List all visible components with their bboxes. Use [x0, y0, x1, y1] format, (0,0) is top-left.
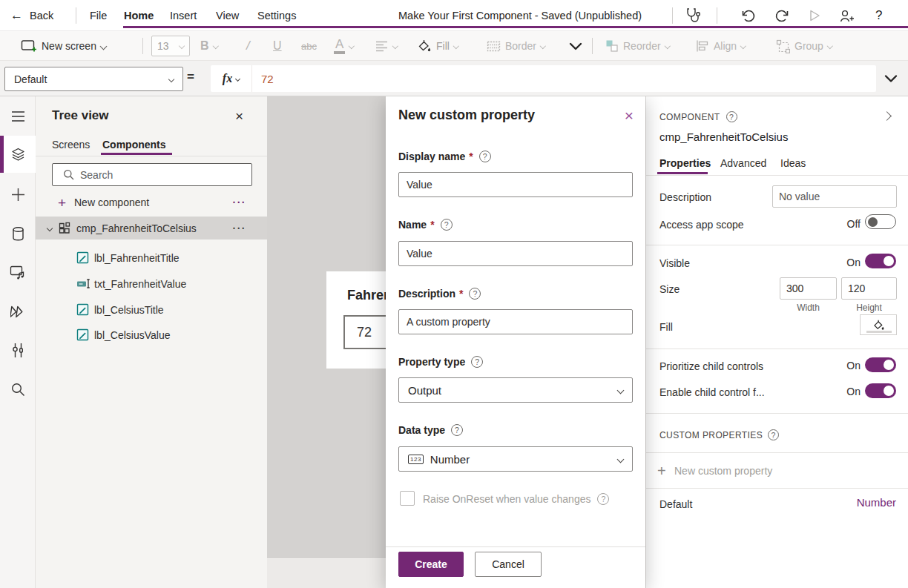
equals-sign: = [187, 70, 194, 85]
visible-toggle[interactable] [865, 254, 896, 268]
redo-button[interactable] [774, 0, 790, 31]
align-label: Align [714, 40, 737, 52]
raise-onreset-checkbox[interactable] [400, 491, 415, 506]
new-custom-property-label: New custom property [674, 465, 772, 477]
tree-item-component[interactable]: cmp_FahrenheitToCelsius ··· [36, 217, 267, 240]
help-icon[interactable]: ? [451, 424, 463, 436]
help-icon[interactable]: ? [597, 493, 609, 505]
menu-file[interactable]: File [80, 0, 116, 31]
tree-search[interactable] [52, 163, 252, 186]
label-control-icon [76, 251, 89, 264]
create-button[interactable]: Create [398, 552, 464, 577]
chevron-down-icon[interactable] [47, 225, 53, 231]
property-type-select[interactable]: Output [398, 377, 633, 403]
italic-button[interactable]: / [246, 31, 250, 61]
tab-ideas[interactable]: Ideas [780, 157, 806, 169]
insert-rail-button[interactable] [0, 178, 36, 211]
tree-item-textinput-control[interactable]: txt_FahrenheitValue [36, 271, 267, 297]
new-component-row[interactable]: + New component ··· [36, 191, 267, 214]
chevron-down-icon [664, 43, 670, 49]
undo-icon [740, 8, 756, 24]
help-icon[interactable]: ? [441, 219, 453, 231]
new-screen-button[interactable]: New screen [21, 31, 106, 61]
help-icon[interactable]: ? [479, 151, 491, 162]
search-input[interactable] [80, 169, 251, 181]
description-input[interactable] [772, 185, 897, 208]
power-automate-rail-button[interactable] [0, 295, 36, 328]
data-type-select[interactable]: 123 Number [398, 446, 633, 472]
description-input[interactable] [398, 309, 633, 334]
new-custom-property-button[interactable]: + New custom property [646, 454, 908, 488]
close-icon[interactable]: × [235, 109, 243, 123]
default-property-label: Default [659, 498, 692, 510]
menu-insert[interactable]: Insert [160, 0, 206, 31]
tab-properties[interactable]: Properties [659, 157, 711, 169]
enable-child-control-toggle[interactable] [865, 383, 896, 398]
chevron-down-icon [540, 43, 546, 49]
height-input[interactable] [841, 277, 897, 300]
font-color-button[interactable]: A [334, 31, 354, 61]
fill-label: Fill [659, 321, 673, 333]
fill-button[interactable]: Fill [417, 31, 458, 61]
default-property-value-link[interactable]: Number [857, 496, 896, 509]
strikethrough-button[interactable]: abc [301, 31, 317, 61]
chevron-down-icon [168, 76, 174, 82]
reorder-button[interactable]: Reorder [605, 31, 669, 61]
prioritize-child-controls-toggle[interactable] [865, 357, 896, 372]
divider [646, 348, 908, 349]
display-name-input[interactable] [398, 172, 633, 197]
expand-formula-bar-button[interactable] [883, 73, 899, 84]
underline-button[interactable]: U [273, 31, 282, 61]
more-options-icon[interactable]: ··· [233, 196, 247, 208]
share-button[interactable] [838, 0, 855, 31]
media-rail-button[interactable] [0, 256, 36, 288]
text-input-control-icon [76, 277, 91, 290]
help-icon[interactable]: ? [471, 356, 483, 368]
fx-dropdown[interactable]: fx [211, 65, 252, 92]
font-size-combo[interactable]: 13 [151, 31, 190, 61]
access-app-scope-toggle[interactable] [865, 214, 896, 229]
cancel-button[interactable]: Cancel [475, 552, 542, 577]
tree-item-label-control[interactable]: lbl_FahrenheitTitle [36, 245, 267, 271]
tab-screens[interactable]: Screens [52, 139, 90, 151]
preview-button[interactable] [807, 0, 822, 31]
align-objects-button[interactable]: Align [696, 31, 746, 61]
hamburger-menu-button[interactable] [0, 100, 36, 133]
app-checker-button[interactable] [684, 0, 702, 31]
new-custom-property-dialog: New custom property × Display name * ? N… [386, 96, 645, 588]
prioritize-child-controls-label: Prioritize child controls [659, 360, 763, 372]
width-input[interactable] [780, 277, 837, 300]
help-icon[interactable]: ? [768, 429, 779, 440]
property-selector[interactable]: Default [4, 67, 183, 91]
help-button[interactable]: ? [875, 0, 882, 31]
close-icon[interactable]: × [625, 108, 634, 123]
help-icon[interactable]: ? [469, 288, 481, 300]
formula-input[interactable] [252, 65, 876, 92]
tree-view-rail-button[interactable] [0, 136, 36, 173]
undo-button[interactable] [740, 0, 756, 31]
advanced-tools-rail-button[interactable] [0, 334, 36, 366]
menu-settings[interactable]: Settings [248, 0, 306, 31]
tab-advanced[interactable]: Advanced [720, 157, 766, 169]
search-rail-button[interactable] [0, 373, 36, 406]
tab-components[interactable]: Components [102, 139, 166, 151]
toolbar-overflow-button[interactable] [568, 31, 583, 61]
more-options-icon[interactable]: ··· [233, 222, 247, 234]
group-button[interactable]: Group [776, 31, 832, 61]
menu-view[interactable]: View [206, 0, 249, 31]
help-icon[interactable]: ? [726, 111, 737, 122]
text-align-button[interactable] [375, 31, 398, 61]
back-button[interactable]: ← Back [10, 0, 53, 31]
chevron-down-icon [212, 43, 218, 49]
data-type-value: Number [430, 453, 470, 466]
tree-item-label-control[interactable]: lbl_CelsiusTitle [36, 297, 267, 323]
tree-item-label-control[interactable]: lbl_CelsiusValue [36, 322, 267, 348]
collapse-panel-icon[interactable] [882, 111, 892, 121]
data-rail-button[interactable] [0, 217, 36, 250]
fill-color-button[interactable] [860, 314, 897, 335]
divider [646, 488, 908, 489]
name-input[interactable] [398, 241, 633, 266]
border-button[interactable]: Border [487, 31, 545, 61]
back-arrow-icon: ← [10, 8, 23, 23]
bold-button[interactable]: B [200, 31, 217, 61]
